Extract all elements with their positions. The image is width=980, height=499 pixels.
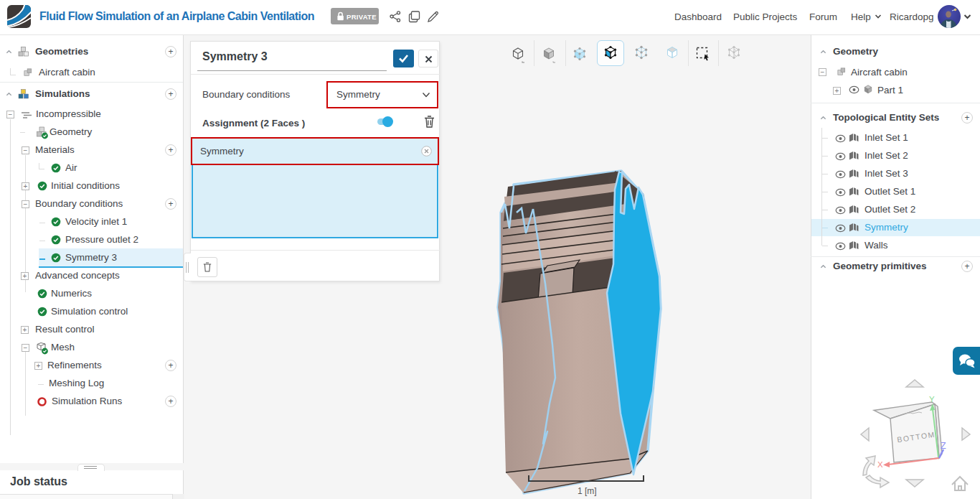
svg-text:1 [m]: 1 [m] [578,486,597,496]
svg-text:X: X [877,460,883,469]
svg-text:Z: Z [941,441,946,451]
svg-text:Y: Y [929,395,935,404]
